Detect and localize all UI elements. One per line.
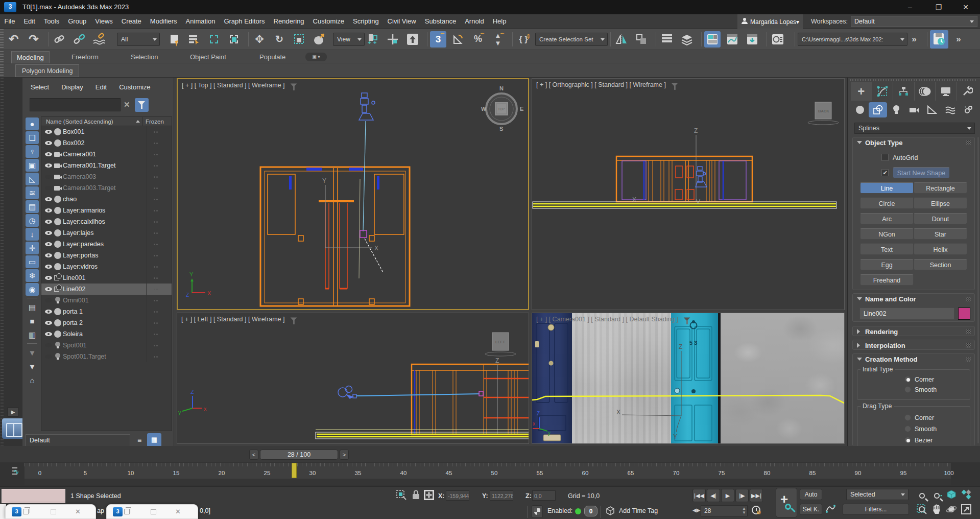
x-coordinate-field[interactable]: -159,944	[446, 490, 469, 501]
drag-corner-radio[interactable]	[904, 414, 911, 421]
visibility-eye-icon[interactable]	[45, 130, 52, 134]
explorer-tool-icon-1[interactable]: ❏	[26, 131, 39, 144]
explorer-menu-edit[interactable]: Edit	[95, 83, 107, 91]
visibility-eye-closed-icon[interactable]	[45, 355, 52, 359]
tab-motion[interactable]	[915, 82, 936, 101]
explorer-tool-icon-2[interactable]: ♀	[26, 145, 39, 158]
maximize-icon-2[interactable]	[151, 509, 156, 514]
mirror-button[interactable]	[613, 31, 630, 48]
explorer-tool-icon-15[interactable]: ■	[26, 315, 39, 327]
create-systems-icon[interactable]: °	[960, 102, 977, 117]
viewport-top[interactable]: [ + ] [ Top ] [ Standard ] [ Wireframe ]	[177, 78, 529, 310]
list-item-box002[interactable]: Box002	[41, 137, 172, 149]
restore-icon[interactable]	[23, 509, 29, 514]
taskbar-window-2[interactable]: 3 ✕	[106, 504, 198, 519]
visibility-eye-icon[interactable]	[45, 310, 52, 314]
list-item-layer-portas[interactable]: Layer:portas	[41, 250, 172, 261]
mini-curve-editor-icon[interactable]	[2, 418, 25, 439]
go-to-end-button[interactable]: ▶▶|	[750, 489, 763, 502]
toolbar-overflow-chevron[interactable]: »	[907, 31, 921, 48]
visibility-eye-icon[interactable]	[45, 231, 52, 235]
shape-button-donut[interactable]: Donut	[914, 213, 967, 224]
orbit-icon[interactable]	[945, 504, 958, 516]
curve-editor-button[interactable]	[724, 31, 740, 48]
ribbon-toggle-button[interactable]	[704, 31, 721, 48]
zoom-region-icon[interactable]	[916, 504, 928, 516]
bind-spacewarp-icon[interactable]	[91, 31, 107, 48]
start-new-shape-checkbox[interactable]: ✔	[881, 169, 889, 176]
shape-button-ngon[interactable]: NGon	[860, 228, 914, 240]
expand-panel-button[interactable]: ▶	[7, 407, 19, 417]
menu-tools[interactable]: Tools	[39, 14, 63, 29]
search-input[interactable]	[30, 98, 121, 111]
visibility-eye-icon[interactable]	[45, 253, 52, 257]
z-coordinate-field[interactable]: 0,0	[532, 490, 556, 501]
select-manipulate-button[interactable]	[385, 31, 401, 48]
rollout-object-type-header[interactable]: Object Type	[853, 137, 974, 148]
track-bar[interactable]: ∿ 05101520253035404550556065707580859095…	[0, 462, 980, 486]
explorer-menu-display[interactable]: Display	[61, 83, 83, 91]
ribbon-tab-populate[interactable]: Populate	[254, 51, 291, 63]
enabled-count-badge[interactable]: 0	[584, 506, 597, 516]
play-button[interactable]: ▶	[721, 489, 734, 502]
named-selection-set-dropdown[interactable]: Create Selection Set	[535, 33, 608, 46]
list-item-layer-lajes[interactable]: Layer:lajes	[41, 227, 172, 239]
initial-smooth-radio[interactable]	[904, 386, 911, 393]
next-key-button[interactable]: |▶	[735, 489, 749, 502]
menu-customize[interactable]: Customize	[308, 14, 348, 29]
initial-corner-radio[interactable]	[904, 376, 911, 383]
visibility-eye-icon[interactable]	[45, 208, 52, 213]
current-frame-marker[interactable]	[292, 463, 297, 478]
y-coordinate-field[interactable]: 1122,278	[490, 490, 513, 501]
explorer-tool-icon-14[interactable]: ▤	[26, 301, 39, 314]
ribbon-tab-freeform[interactable]: Freeform	[66, 51, 104, 63]
drag-smooth-radio[interactable]	[904, 426, 911, 432]
viewport-left-label[interactable]: [ + ] [ Left ] [ Standard ] [ Wireframe …	[181, 316, 297, 323]
restore-button[interactable]: ❐	[927, 0, 950, 14]
list-item-spot001[interactable]: Spot001	[41, 340, 172, 351]
menu-edit[interactable]: Edit	[19, 14, 39, 29]
time-configuration-icon[interactable]	[752, 506, 760, 514]
zoom-icon[interactable]	[916, 489, 928, 501]
list-item-soleira[interactable]: Soleira	[41, 328, 172, 340]
explorer-tool-icon-20[interactable]: ⌂	[26, 374, 39, 387]
panel-scrollbar[interactable]	[977, 137, 979, 443]
visibility-eye-icon[interactable]	[45, 287, 52, 291]
autogrid-checkbox[interactable]	[881, 154, 889, 161]
unlink-icon[interactable]	[71, 31, 87, 48]
viewport-ortho-label[interactable]: [ + ] [ Orthographic ] [ Standard ] [ Wi…	[536, 81, 678, 88]
viewport-top-label[interactable]: [ + ] [ Top ] [ Standard ] [ Wireframe ]	[182, 82, 297, 89]
menu-arnold[interactable]: Arnold	[461, 14, 489, 29]
go-to-start-button[interactable]: |◀◀	[692, 489, 706, 502]
layer-explorer-button[interactable]	[679, 31, 695, 48]
filter-funnel-icon[interactable]	[290, 83, 297, 87]
select-rotate-button[interactable]: ↻	[271, 31, 288, 48]
tab-utilities[interactable]	[957, 82, 978, 101]
shape-button-ellipse[interactable]: Ellipse	[914, 198, 967, 209]
pan-hand-icon[interactable]	[930, 504, 943, 516]
list-item-camera001-target[interactable]: Camera001.Target	[41, 160, 172, 171]
reference-coordinate-dropdown[interactable]: View	[333, 33, 365, 46]
workspace-dropdown[interactable]: Default	[851, 16, 977, 27]
default-layer-field[interactable]: Default	[26, 434, 130, 446]
explorer-tool-icon-6[interactable]: ▤	[26, 200, 39, 213]
create-helpers-icon[interactable]	[923, 102, 941, 117]
visibility-eye-icon[interactable]	[45, 163, 52, 168]
list-item-line001[interactable]: Line001	[41, 272, 172, 284]
menu-views[interactable]: Views	[91, 14, 117, 29]
list-item-layer-paredes[interactable]: Layer:paredes	[41, 239, 172, 250]
project-folder-dropdown[interactable]: C:\Users\maggi...s\3ds Max 202:	[798, 33, 907, 46]
rollout-name-color-header[interactable]: Name and Color	[853, 294, 974, 304]
toolbar-end-chevron[interactable]: »	[952, 31, 965, 48]
list-item-porta-1[interactable]: porta 1	[41, 306, 172, 317]
viewport-camera-label[interactable]: [ + ] [ Camera001 ] [ Standard ] [ Defau…	[536, 316, 690, 323]
restore-icon-2[interactable]	[124, 509, 130, 514]
visibility-eye-icon[interactable]	[45, 265, 52, 269]
explorer-tool-icon-18[interactable]: ▼	[26, 346, 39, 359]
user-account[interactable]: Margarida Lopes▾	[737, 14, 803, 29]
select-move-button[interactable]: ✥	[251, 31, 268, 48]
maximize-icon[interactable]	[51, 509, 56, 514]
explorer-tool-icon-19[interactable]: ▼	[26, 360, 39, 373]
align-button[interactable]	[633, 31, 650, 48]
visibility-eye-closed-icon[interactable]	[45, 186, 52, 190]
